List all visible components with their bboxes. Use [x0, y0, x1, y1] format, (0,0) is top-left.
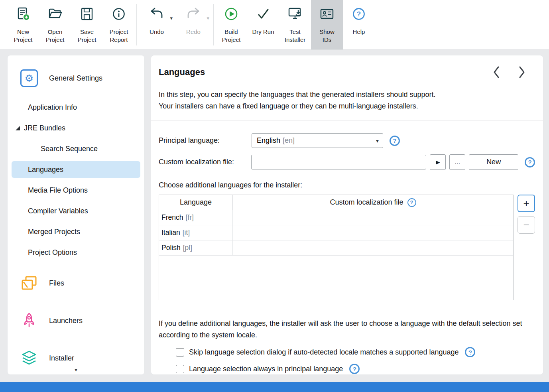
choose-additional-label: Choose additional languages for the inst… — [159, 181, 535, 189]
nav-forward-icon[interactable] — [518, 66, 526, 79]
dropdown-caret-icon: ▾ — [376, 138, 379, 144]
test-installer-button[interactable]: Test Installer — [279, 0, 311, 49]
principal-language-selection-row: Language selection always in principal l… — [159, 364, 535, 374]
toolbar-separator — [213, 4, 214, 45]
insert-variable-button[interactable]: ▶ — [430, 154, 446, 170]
toolbar: New Project Open Project Save Project — [0, 0, 549, 50]
nav-back-icon[interactable] — [492, 66, 501, 79]
principal-language-label: Principal language: — [159, 136, 252, 145]
skip-language-checkbox-label: Skip language selection dialog if auto-d… — [189, 348, 458, 357]
save-icon — [80, 5, 94, 23]
custom-localization-input[interactable] — [251, 155, 426, 169]
add-language-button[interactable]: + — [518, 195, 535, 212]
principal-selection-checkbox[interactable] — [176, 365, 184, 373]
intro-line-1: In this step, you can specify the langua… — [159, 89, 535, 100]
sidebar-scroll-down-icon[interactable]: ▾ — [8, 366, 144, 373]
minus-icon: − — [523, 219, 529, 231]
table-row[interactable]: French [fr] — [159, 210, 513, 225]
sidebar-item-project-options[interactable]: Project Options — [8, 242, 144, 263]
browse-button[interactable]: ... — [449, 154, 465, 170]
test-installer-label: Test Installer — [279, 28, 311, 43]
help-icon-custom-file-column[interactable]: ? — [407, 198, 416, 207]
redo-button[interactable]: Redo ▾ — [175, 0, 212, 49]
bottom-progress-bar — [0, 382, 549, 392]
sidebar-label: Installer — [49, 354, 74, 362]
help-icon-principal-language[interactable]: ? — [390, 136, 400, 146]
play-icon: ▶ — [436, 159, 440, 165]
column-header-language[interactable]: Language — [159, 195, 233, 210]
new-localization-button[interactable]: New — [469, 154, 518, 170]
table-row[interactable]: Polish [pl] — [159, 240, 513, 256]
sidebar-item-jre-bundles[interactable]: JRE Bundles — [8, 118, 144, 138]
combobox-value: English — [257, 136, 280, 145]
save-project-label: Save Project — [71, 28, 103, 43]
language-name: Polish — [161, 244, 181, 252]
skip-language-dialog-row: Skip language selection dialog if auto-d… — [159, 347, 535, 357]
help-icon-skip-language[interactable]: ? — [465, 347, 475, 357]
custom-file-cell[interactable] — [233, 210, 513, 225]
help-icon-custom-localization[interactable]: ? — [525, 157, 535, 167]
info-icon — [112, 5, 126, 23]
tree-expander-icon[interactable] — [16, 126, 20, 130]
table-row[interactable]: Italian [it] — [159, 225, 513, 240]
sidebar-label: Search Sequence — [41, 145, 98, 153]
custom-file-cell[interactable] — [233, 225, 513, 240]
sidebar-item-files[interactable]: Files — [8, 272, 144, 294]
files-icon — [20, 275, 38, 291]
open-project-button[interactable]: Open Project — [39, 0, 71, 49]
sidebar-item-languages[interactable]: Languages — [8, 159, 144, 180]
checkmark-icon — [256, 5, 270, 23]
sidebar: ⚙ General Settings Application Info JRE … — [7, 55, 145, 375]
sidebar-item-compiler-variables[interactable]: Compiler Variables — [8, 201, 144, 221]
remove-language-button[interactable]: − — [518, 216, 535, 234]
sidebar-label: Project Options — [28, 248, 77, 257]
language-code: [fr] — [185, 213, 193, 222]
column-header-label: Language — [180, 198, 212, 207]
show-ids-button[interactable]: Show IDs — [311, 0, 343, 49]
language-code: [pl] — [183, 244, 192, 252]
build-project-label: Build Project — [215, 28, 247, 43]
additional-languages-table[interactable]: Language Custom localization file ? Fren… — [159, 195, 514, 300]
additional-languages-note: If you define additional languages, the … — [159, 318, 535, 341]
sidebar-label: Files — [49, 279, 64, 288]
redo-label: Redo — [186, 28, 201, 36]
toolbar-separator — [136, 4, 137, 45]
new-project-icon — [16, 5, 30, 23]
column-header-custom-file[interactable]: Custom localization file ? — [233, 195, 513, 210]
help-icon-principal-selection[interactable]: ? — [349, 364, 360, 374]
open-folder-icon — [48, 5, 62, 23]
column-header-label: Custom localization file — [330, 198, 403, 207]
intro-line-2: Your installers can have a fixed languag… — [159, 100, 535, 112]
page-title: Languages — [159, 67, 205, 77]
sidebar-label: Launchers — [49, 317, 83, 325]
dry-run-button[interactable]: Dry Run — [247, 0, 279, 49]
undo-button[interactable]: Undo ▾ — [138, 0, 175, 49]
sidebar-label: Languages — [28, 165, 63, 174]
sidebar-item-launchers[interactable]: Launchers — [8, 309, 144, 332]
build-project-button[interactable]: Build Project — [215, 0, 247, 49]
save-project-button[interactable]: Save Project — [71, 0, 103, 49]
redo-dropdown-icon[interactable]: ▾ — [207, 15, 209, 21]
sidebar-item-general-settings[interactable]: ⚙ General Settings — [8, 67, 144, 89]
sidebar-item-merged-projects[interactable]: Merged Projects — [8, 221, 144, 242]
selected-item-highlight: Languages — [12, 161, 140, 178]
project-report-button[interactable]: Project Report — [103, 0, 135, 49]
sidebar-item-search-sequence[interactable]: Search Sequence — [8, 138, 144, 159]
custom-file-cell[interactable] — [233, 240, 513, 255]
language-name: French — [161, 213, 183, 222]
monitor-download-icon — [287, 5, 303, 23]
project-report-label: Project Report — [103, 28, 135, 43]
skip-language-checkbox[interactable] — [176, 348, 184, 357]
sidebar-label: Media File Options — [28, 186, 88, 195]
help-button[interactable]: ? Help — [343, 0, 375, 49]
sidebar-item-application-info[interactable]: Application Info — [8, 97, 144, 118]
sidebar-item-media-file-options[interactable]: Media File Options — [8, 180, 144, 201]
id-badge-icon — [319, 5, 335, 23]
principal-language-combobox[interactable]: English [en] ▾ — [252, 133, 383, 148]
sidebar-item-installer[interactable]: Installer — [8, 347, 144, 369]
new-project-button[interactable]: New Project — [7, 0, 39, 49]
divider — [151, 120, 543, 120]
combobox-language-code: [en] — [283, 136, 295, 145]
undo-dropdown-icon[interactable]: ▾ — [170, 15, 173, 21]
help-question-icon: ? — [352, 5, 366, 23]
